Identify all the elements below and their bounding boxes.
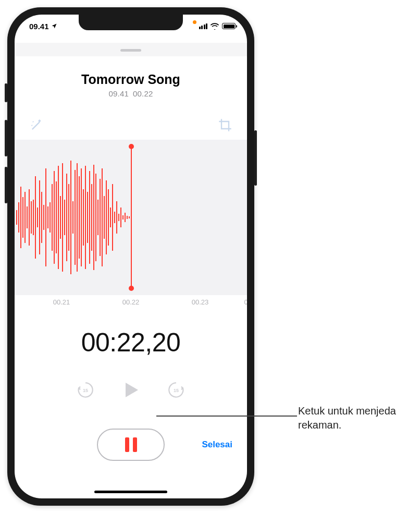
play-icon	[120, 380, 141, 400]
skip-forward-15-icon: 15	[166, 380, 186, 400]
recording-created-time: 09.41	[108, 89, 129, 98]
recording-meta: 09.4100.22	[15, 89, 247, 98]
callout-line-1: Ketuk untuk menjeda	[298, 405, 396, 417]
crop-icon[interactable]	[218, 118, 232, 132]
done-button[interactable]: Selesai	[202, 439, 232, 450]
recording-header: Tomorrow Song 09.4100.22	[15, 72, 247, 98]
location-icon	[51, 23, 57, 29]
ruler-tick: 0	[244, 298, 247, 306]
ruler-tick: 00.23	[192, 298, 209, 306]
recording-indicator-icon	[193, 20, 196, 24]
playhead-handle-bottom[interactable]	[129, 286, 134, 291]
recording-duration: 00.22	[133, 89, 153, 98]
pause-icon	[125, 437, 137, 452]
callout-leader-line	[156, 416, 297, 417]
status-time: 09.41	[29, 22, 49, 31]
phone-frame: 09.41 Tomorrow Song 09.4	[7, 7, 254, 506]
recording-title: Tomorrow Song	[15, 72, 247, 87]
waveform-area[interactable]	[15, 140, 247, 295]
cellular-signal-icon	[199, 23, 208, 29]
ruler-tick: 00.21	[53, 298, 70, 306]
playhead-line	[131, 146, 132, 289]
time-ruler: 00.21 00.22 00.23 0	[15, 298, 247, 311]
wifi-icon	[210, 23, 219, 30]
svg-text:15: 15	[174, 388, 179, 393]
callout-text: Ketuk untuk menjeda rekaman.	[298, 404, 396, 432]
ruler-tick: 00.22	[122, 298, 140, 306]
enhance-icon[interactable]	[29, 118, 44, 132]
callout-line-2: rekaman.	[298, 419, 341, 431]
home-indicator[interactable]	[94, 491, 167, 493]
svg-text:15: 15	[83, 388, 88, 393]
battery-icon	[222, 23, 236, 29]
elapsed-timer: 00:22,20	[15, 327, 247, 358]
pause-button[interactable]	[97, 429, 165, 461]
notch	[79, 15, 183, 30]
playback-controls: 15 15	[15, 380, 247, 400]
skip-back-15-icon: 15	[76, 380, 95, 400]
power-button	[254, 130, 257, 186]
playhead-handle-top[interactable]	[129, 144, 134, 149]
sheet-grabber[interactable]	[120, 49, 141, 52]
screen: 09.41 Tomorrow Song 09.4	[15, 15, 247, 498]
